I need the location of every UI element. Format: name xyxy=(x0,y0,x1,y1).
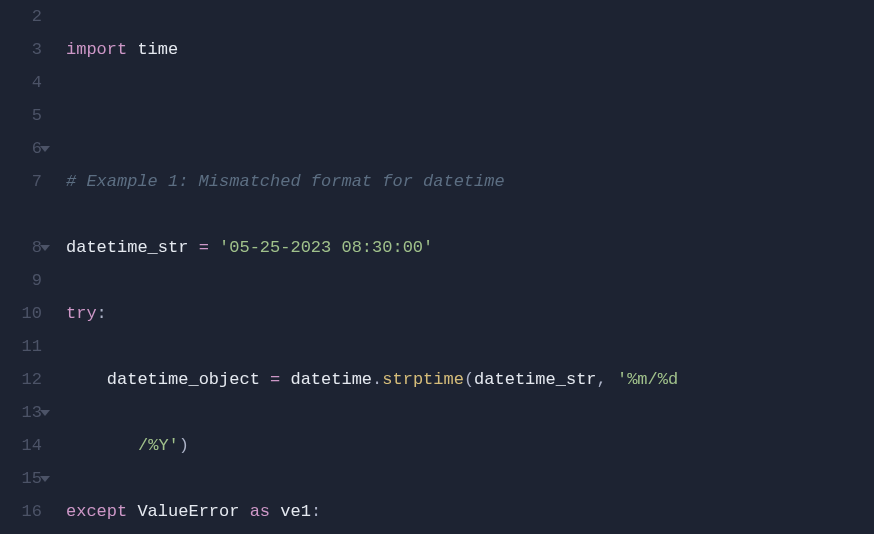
code-line[interactable]: datetime_str = '05-25-2023 08:30:00' xyxy=(66,231,874,264)
line-number: 8 xyxy=(0,231,42,264)
line-number: 6 xyxy=(0,132,42,165)
fold-icon[interactable] xyxy=(40,476,50,482)
code-line[interactable]: import time xyxy=(66,33,874,66)
line-number: 13 xyxy=(0,396,42,429)
fold-icon[interactable] xyxy=(40,245,50,251)
line-number: 16 xyxy=(0,495,42,528)
line-number: 10 xyxy=(0,297,42,330)
fold-icon[interactable] xyxy=(40,146,50,152)
line-number xyxy=(0,198,42,231)
line-number: 15 xyxy=(0,462,42,495)
code-line[interactable] xyxy=(66,99,874,132)
code-editor[interactable]: import time # Example 1: Mismatched form… xyxy=(52,0,874,534)
line-number: 5 xyxy=(0,99,42,132)
code-line[interactable]: except ValueError as ve1: xyxy=(66,495,874,528)
fold-icon[interactable] xyxy=(40,410,50,416)
line-number: 3 xyxy=(0,33,42,66)
code-line[interactable]: # Example 1: Mismatched format for datet… xyxy=(66,165,874,198)
code-line[interactable]: try: xyxy=(66,297,874,330)
line-number-gutter: 2 3 4 5 6 7 8 9 10 11 12 13 14 15 16 xyxy=(0,0,52,534)
line-number: 2 xyxy=(0,0,42,33)
line-number: 14 xyxy=(0,429,42,462)
code-line-wrap[interactable]: /%Y') xyxy=(66,429,874,462)
code-line[interactable]: datetime_object = datetime.strptime(date… xyxy=(66,363,874,396)
line-number: 4 xyxy=(0,66,42,99)
line-number: 7 xyxy=(0,165,42,198)
line-number: 9 xyxy=(0,264,42,297)
line-number: 12 xyxy=(0,363,42,396)
line-number: 11 xyxy=(0,330,42,363)
